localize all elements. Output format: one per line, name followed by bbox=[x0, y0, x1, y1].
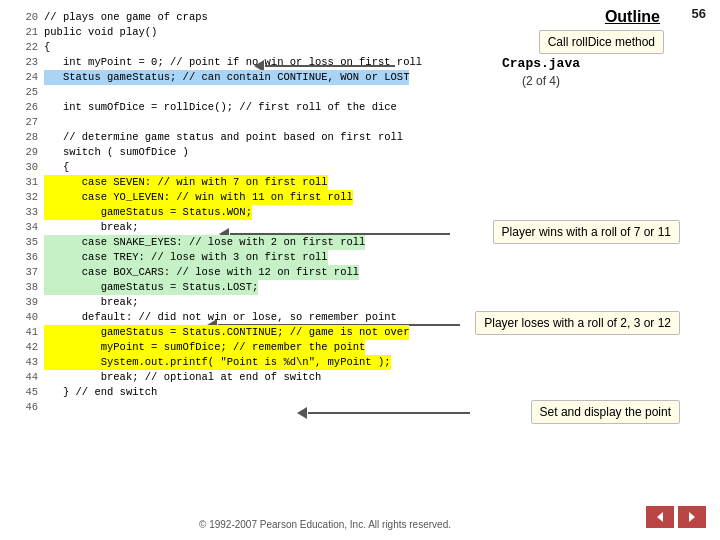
line-number: 46 bbox=[14, 400, 38, 415]
code-line: 28 // determine game status and point ba… bbox=[14, 130, 464, 145]
line-code: int sumOfDice = rollDice(); // first rol… bbox=[44, 100, 397, 115]
line-number: 43 bbox=[14, 355, 38, 370]
code-line: 35 case SNAKE_EYES: // lose with 2 on fi… bbox=[14, 235, 464, 250]
code-line: 39 break; bbox=[14, 295, 464, 310]
line-number: 25 bbox=[14, 85, 38, 100]
outline-heading: Outline bbox=[605, 8, 660, 26]
code-line: 45 } // end switch bbox=[14, 385, 464, 400]
line-number: 24 bbox=[14, 70, 38, 85]
line-code: case SNAKE_EYES: // lose with 2 on first… bbox=[44, 235, 365, 250]
line-number: 33 bbox=[14, 205, 38, 220]
line-number: 21 bbox=[14, 25, 38, 40]
line-number: 39 bbox=[14, 295, 38, 310]
craps-java-label: Craps.java bbox=[502, 56, 580, 71]
line-number: 23 bbox=[14, 55, 38, 70]
line-code: public void play() bbox=[44, 25, 157, 40]
line-number: 42 bbox=[14, 340, 38, 355]
line-code: case YO_LEVEN: // win with 11 on first r… bbox=[44, 190, 353, 205]
line-code: case TREY: // lose with 3 on first roll bbox=[44, 250, 328, 265]
svg-marker-1 bbox=[689, 512, 695, 522]
code-area: 20// plays one game of craps21public voi… bbox=[14, 10, 464, 500]
line-code: { bbox=[44, 160, 69, 175]
line-number: 22 bbox=[14, 40, 38, 55]
code-line: 44 break; // optional at end of switch bbox=[14, 370, 464, 385]
line-number: 35 bbox=[14, 235, 38, 250]
code-line: 30 { bbox=[14, 160, 464, 175]
line-code: break; // optional at end of switch bbox=[44, 370, 321, 385]
page-wrapper: 56 Outline Craps.java (2 of 4) Call roll… bbox=[0, 0, 720, 540]
code-line: 38 gameStatus = Status.LOST; bbox=[14, 280, 464, 295]
line-number: 20 bbox=[14, 10, 38, 25]
code-line: 32 case YO_LEVEN: // win with 11 on firs… bbox=[14, 190, 464, 205]
code-line: 26 int sumOfDice = rollDice(); // first … bbox=[14, 100, 464, 115]
slide-number: 56 bbox=[692, 6, 706, 21]
line-code: break; bbox=[44, 295, 139, 310]
code-line: 24 Status gameStatus; // can contain CON… bbox=[14, 70, 464, 85]
line-number: 34 bbox=[14, 220, 38, 235]
callout-rolldice: Call rollDice method bbox=[539, 30, 664, 54]
line-number: 40 bbox=[14, 310, 38, 325]
line-code: // determine game status and point based… bbox=[44, 130, 403, 145]
code-line: 46 bbox=[14, 400, 464, 415]
line-number: 26 bbox=[14, 100, 38, 115]
line-code: gameStatus = Status.CONTINUE; // game is… bbox=[44, 325, 409, 340]
callout-player-wins: Player wins with a roll of 7 or 11 bbox=[493, 220, 680, 244]
line-code: switch ( sumOfDice ) bbox=[44, 145, 189, 160]
line-code: gameStatus = Status.LOST; bbox=[44, 280, 258, 295]
line-number: 45 bbox=[14, 385, 38, 400]
code-line: 20// plays one game of craps bbox=[14, 10, 464, 25]
line-code: break; bbox=[44, 220, 139, 235]
line-number: 38 bbox=[14, 280, 38, 295]
code-line: 41 gameStatus = Status.CONTINUE; // game… bbox=[14, 325, 464, 340]
code-line: 42 myPoint = sumOfDice; // remember the … bbox=[14, 340, 464, 355]
line-number: 29 bbox=[14, 145, 38, 160]
line-number: 27 bbox=[14, 115, 38, 130]
code-line: 22{ bbox=[14, 40, 464, 55]
prev-button[interactable] bbox=[646, 506, 674, 528]
line-code: // plays one game of craps bbox=[44, 10, 208, 25]
line-number: 31 bbox=[14, 175, 38, 190]
code-line: 25 bbox=[14, 85, 464, 100]
code-line: 40 default: // did not win or lose, so r… bbox=[14, 310, 464, 325]
line-code: default: // did not win or lose, so reme… bbox=[44, 310, 397, 325]
line-code: } // end switch bbox=[44, 385, 157, 400]
code-line: 29 switch ( sumOfDice ) bbox=[14, 145, 464, 160]
nav-buttons bbox=[646, 506, 706, 528]
next-button[interactable] bbox=[678, 506, 706, 528]
code-line: 21public void play() bbox=[14, 25, 464, 40]
callout-set-point: Set and display the point bbox=[531, 400, 680, 424]
line-code: System.out.printf( "Point is %d\n", myPo… bbox=[44, 355, 391, 370]
slide-position: (2 of 4) bbox=[522, 74, 560, 88]
code-line: 33 gameStatus = Status.WON; bbox=[14, 205, 464, 220]
line-code: myPoint = sumOfDice; // remember the poi… bbox=[44, 340, 365, 355]
callout-player-loses: Player loses with a roll of 2, 3 or 12 bbox=[475, 311, 680, 335]
line-number: 32 bbox=[14, 190, 38, 205]
line-number: 44 bbox=[14, 370, 38, 385]
code-line: 27 bbox=[14, 115, 464, 130]
code-line: 34 break; bbox=[14, 220, 464, 235]
line-number: 28 bbox=[14, 130, 38, 145]
line-number: 36 bbox=[14, 250, 38, 265]
line-code: case BOX_CARS: // lose with 12 on first … bbox=[44, 265, 359, 280]
line-code: int myPoint = 0; // point if no win or l… bbox=[44, 55, 422, 70]
line-code: Status gameStatus; // can contain CONTIN… bbox=[44, 70, 409, 85]
line-number: 37 bbox=[14, 265, 38, 280]
line-number: 30 bbox=[14, 160, 38, 175]
code-line: 23 int myPoint = 0; // point if no win o… bbox=[14, 55, 464, 70]
code-line: 37 case BOX_CARS: // lose with 12 on fir… bbox=[14, 265, 464, 280]
code-line: 31 case SEVEN: // win with 7 on first ro… bbox=[14, 175, 464, 190]
line-code: gameStatus = Status.WON; bbox=[44, 205, 252, 220]
line-code: case SEVEN: // win with 7 on first roll bbox=[44, 175, 328, 190]
line-code: { bbox=[44, 40, 50, 55]
svg-marker-0 bbox=[657, 512, 663, 522]
code-line: 36 case TREY: // lose with 3 on first ro… bbox=[14, 250, 464, 265]
copyright: © 1992-2007 Pearson Education, Inc. All … bbox=[0, 519, 650, 530]
line-number: 41 bbox=[14, 325, 38, 340]
code-line: 43 System.out.printf( "Point is %d\n", m… bbox=[14, 355, 464, 370]
